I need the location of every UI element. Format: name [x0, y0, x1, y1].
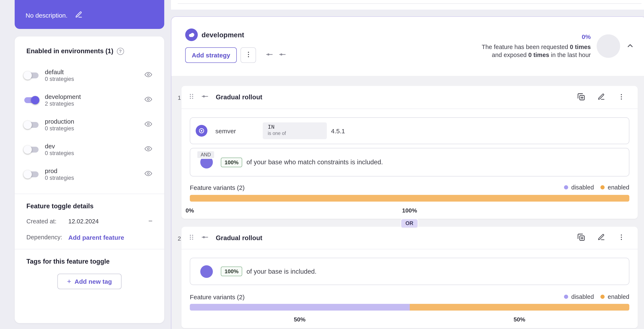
eye-icon [144, 170, 152, 178]
feature-details-title: Feature toggle details [26, 202, 152, 210]
plus-icon: + [67, 277, 71, 286]
eye-icon [144, 145, 152, 154]
rollout-percentage-badge: 100% [221, 266, 242, 276]
copy-plus-icon [577, 233, 585, 243]
environment-row-development: development 2 strategies [15, 88, 164, 112]
add-strategy-button[interactable]: Add strategy [185, 47, 237, 63]
environment-name: dev [45, 142, 74, 150]
variant-percent-label: 0% [186, 207, 194, 214]
copy-strategy-button[interactable] [574, 231, 588, 245]
edit-strategy-button[interactable] [594, 231, 608, 245]
strategy-more-actions-button[interactable] [614, 231, 628, 245]
and-chip: AND [196, 150, 215, 159]
environment-strategy-count: 0 strategies [45, 175, 74, 181]
pencil-icon [598, 93, 605, 102]
rollout-percentage-chart [200, 265, 213, 278]
created-at-label: Created at: [26, 218, 68, 225]
constraint-operator: IN is one of [263, 122, 327, 139]
environment-strategy-count: 0 strategies [45, 125, 74, 132]
metrics-donut-chart [597, 34, 620, 58]
constraint-context-field: semver [215, 127, 263, 134]
rollout-row: 100% of your base is included. [190, 258, 629, 285]
legend-dot [564, 185, 568, 190]
feature-variants-label: Feature variants (2) [190, 184, 245, 191]
app: No description. Enabled in environments … [0, 0, 644, 329]
edit-strategy-button[interactable] [594, 90, 608, 104]
strategy-list: 1 Gradual rollout semver [171, 76, 644, 329]
preview-environment-button[interactable] [144, 120, 152, 129]
eye-icon [144, 96, 152, 104]
metrics-requested-line: The feature has been requested 0 times [482, 43, 591, 51]
cloud-environment-icon [185, 28, 198, 41]
environment-row-prod: prod 0 strategies [15, 162, 164, 186]
legend-dot [601, 295, 605, 299]
collapse-environment-button[interactable] [626, 41, 634, 51]
drag-handle-icon[interactable] [188, 233, 195, 242]
strategy-card: Gradual rollout 100% of your base is inc… [182, 227, 638, 328]
legend-dot [564, 295, 568, 299]
preview-environment-button[interactable] [144, 96, 152, 104]
add-parent-feature-link[interactable]: Add parent feature [68, 234, 124, 241]
kebab-icon [244, 51, 252, 60]
or-chip: OR [400, 218, 418, 228]
copy-plus-icon [577, 92, 585, 102]
pencil-icon [598, 234, 605, 242]
chevron-up-icon [626, 41, 634, 51]
environment-header-name: development [202, 31, 244, 39]
edit-description-button[interactable] [75, 11, 82, 20]
environment-toggle[interactable] [24, 122, 38, 128]
pencil-icon [75, 11, 82, 20]
legend-dot [601, 185, 605, 190]
environment-toggle[interactable] [24, 97, 38, 103]
previous-section-bottom [171, 0, 644, 10]
add-new-tag-label: Add new tag [74, 278, 112, 285]
environment-name: production [45, 118, 74, 125]
strategy-more-actions-button[interactable] [614, 90, 628, 104]
feature-description-text: No description. [26, 12, 68, 19]
environment-toggle[interactable] [24, 171, 38, 177]
preview-environment-button[interactable] [144, 71, 152, 80]
environment-name: default [45, 68, 74, 76]
add-new-tag-button[interactable]: + Add new tag [58, 274, 122, 289]
environment-strategies-card: development Add strategy 0% The feature … [171, 16, 644, 329]
variant-percent-label: 50% [514, 316, 525, 323]
preview-environment-button[interactable] [144, 170, 152, 178]
gradual-rollout-icon [201, 92, 209, 102]
rollout-percentage-badge: 100% [221, 158, 242, 167]
environment-strategy-count: 0 strategies [45, 150, 74, 156]
variant-segment [190, 195, 629, 202]
variant-split-bar [190, 304, 629, 310]
strategy-title: Gradual rollout [216, 94, 262, 101]
environment-more-actions-button[interactable] [240, 47, 256, 63]
variant-bar-labels: 50% 50% [190, 316, 629, 323]
kebab-icon [618, 93, 625, 102]
variant-segment [410, 304, 629, 310]
rollout-description: of your base who match constraints is in… [246, 158, 383, 166]
variant-segment [190, 304, 410, 310]
environment-header: development Add strategy 0% The feature … [171, 17, 644, 76]
kebab-icon [618, 234, 625, 242]
environment-row-dev: dev 0 strategies [15, 137, 164, 162]
environments-panel: Enabled in environments (1) ? default 0 … [15, 36, 164, 323]
drag-handle-icon[interactable] [188, 92, 195, 102]
constraint-value: 4.5.1 [331, 127, 345, 134]
strategy-card: Gradual rollout semver IN is one of [182, 86, 638, 219]
environment-name: prod [45, 167, 74, 174]
variant-percent-label: 100% [402, 207, 417, 214]
environment-row-production: production 0 strategies [15, 112, 164, 137]
environments-title: Enabled in environments (1) [26, 47, 113, 55]
eye-icon [144, 71, 152, 80]
metrics-exposed-line: and exposed 0 times in the last hour [482, 51, 591, 59]
variant-percent-label: 50% [294, 316, 306, 323]
environment-strategy-count: 2 strategies [45, 100, 81, 107]
environment-list: default 0 strategies development 2 strat… [15, 58, 164, 186]
divider [178, 3, 642, 4]
collapse-details-button[interactable]: − [148, 217, 152, 226]
environment-toggle[interactable] [24, 72, 38, 78]
environment-strategy-count: 0 strategies [45, 76, 74, 82]
help-icon[interactable]: ? [117, 48, 124, 55]
feature-variants-label: Feature variants (2) [190, 293, 245, 300]
environment-toggle[interactable] [24, 146, 38, 152]
preview-environment-button[interactable] [144, 145, 152, 154]
copy-strategy-button[interactable] [574, 90, 588, 104]
